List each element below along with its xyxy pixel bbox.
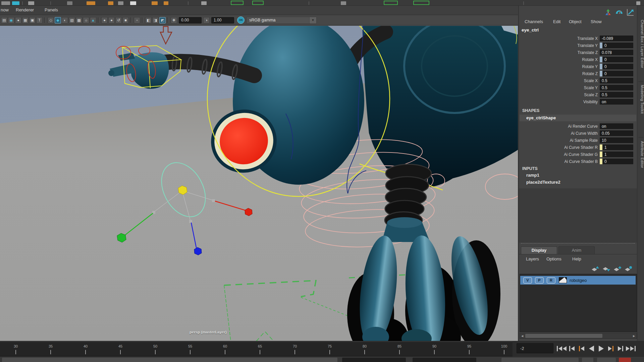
- channel-label[interactable]: Ai Curve Shader R: [519, 145, 600, 150]
- default-lighting-icon[interactable]: ☼: [83, 17, 89, 23]
- channel-value-field[interactable]: 10: [600, 137, 633, 143]
- input-node-place2dTexture2[interactable]: place2dTexture2: [526, 180, 627, 185]
- cb-menu-edit[interactable]: Edit: [553, 19, 560, 24]
- channel-value-field[interactable]: 0.078: [600, 50, 633, 55]
- channel-label[interactable]: Rotate X: [519, 57, 600, 62]
- channel-value-field[interactable]: on: [600, 123, 633, 129]
- menu-item-renderer[interactable]: Renderer: [16, 7, 34, 12]
- camera-dot-icon[interactable]: ◉: [8, 17, 14, 23]
- status-icon-fragment[interactable]: [201, 1, 207, 5]
- status-icon-fragment[interactable]: [231, 1, 244, 5]
- menu-item-show[interactable]: now: [1, 7, 9, 12]
- channel-label[interactable]: Translate Z: [519, 50, 600, 55]
- step-back-frame-button[interactable]: [568, 344, 576, 354]
- channel-value-field[interactable]: 0: [600, 64, 633, 69]
- channel-label[interactable]: Translate X: [519, 36, 600, 41]
- channel-value-field[interactable]: 0.5: [600, 78, 633, 83]
- channel-label[interactable]: Scale X: [519, 78, 600, 83]
- channel-label[interactable]: Rotate Z: [519, 71, 600, 76]
- xray-joints-icon[interactable]: ◨: [152, 17, 159, 23]
- add-layer-from-selected-icon[interactable]: [624, 266, 632, 272]
- go-to-start-button[interactable]: [557, 344, 567, 354]
- channel-value-field[interactable]: -0.089: [600, 36, 633, 41]
- channel-label[interactable]: Ai Sample Rate: [519, 138, 600, 143]
- layer-color-swatch[interactable]: [559, 277, 567, 283]
- checker-icon[interactable]: ▩: [76, 17, 82, 23]
- tab-channel-box-layer-editor[interactable]: Channel Box / Layer Editor: [637, 18, 644, 83]
- channel-label[interactable]: Rotate Y: [519, 64, 600, 69]
- cache-button[interactable]: [597, 358, 616, 362]
- add-empty-layer-icon[interactable]: [613, 266, 621, 272]
- cb-menu-object[interactable]: Object: [569, 19, 582, 24]
- le-menu-options[interactable]: Options: [546, 256, 561, 261]
- ao-sphere-icon[interactable]: ●: [108, 17, 115, 23]
- status-icon-fragment[interactable]: [341, 1, 346, 5]
- channel-label[interactable]: Ai Curve Shader B: [519, 159, 600, 164]
- channel-value-field[interactable]: 0: [600, 43, 633, 48]
- status-icon-fragment[interactable]: [87, 1, 95, 5]
- status-icon-fragment[interactable]: [118, 1, 123, 5]
- status-icon-fragment[interactable]: [636, 1, 640, 5]
- step-back-key-button[interactable]: [577, 344, 586, 354]
- current-time-field[interactable]: -2: [517, 343, 553, 353]
- tab-attribute-editor[interactable]: Attribute Editor: [637, 140, 644, 195]
- scroll-left-icon[interactable]: ◀: [520, 335, 525, 338]
- play-backwards-button[interactable]: [587, 344, 596, 354]
- image-plane-icon[interactable]: ▣: [29, 17, 36, 23]
- channel-label[interactable]: Ai Curve Width: [519, 131, 600, 136]
- shaded-sphere-icon[interactable]: ●: [15, 17, 21, 23]
- move-layer-down-icon[interactable]: [602, 266, 610, 272]
- gamma-field[interactable]: 1.00: [211, 17, 234, 23]
- xray-icon[interactable]: ◧: [145, 17, 152, 23]
- step-forward-key-button[interactable]: [606, 344, 615, 354]
- channel-value-field[interactable]: 0: [600, 57, 633, 62]
- playback-end-field[interactable]: [413, 358, 476, 362]
- menu-item-panels[interactable]: Panels: [45, 7, 58, 12]
- go-to-end-button[interactable]: [626, 344, 636, 354]
- anim-layer-button[interactable]: [582, 358, 593, 362]
- auto-keyframe-toggle[interactable]: [619, 358, 631, 362]
- layer-visibility-toggle[interactable]: V: [523, 277, 532, 284]
- panel-splitter[interactable]: [521, 243, 635, 244]
- perspective-viewport[interactable]: persp (masterLayer): [0, 25, 518, 341]
- status-icon-fragment[interactable]: [523, 1, 524, 5]
- view-transform-on-toggle[interactable]: ON: [237, 16, 245, 24]
- channel-value-field[interactable]: 0: [600, 159, 633, 164]
- channel-value-field[interactable]: 0.5: [600, 85, 633, 90]
- tab-display[interactable]: Display: [521, 246, 557, 254]
- status-icon-fragment[interactable]: [384, 1, 398, 5]
- shadows-sphere-icon[interactable]: ●: [101, 17, 108, 23]
- shape-name[interactable]: eye_ctrlShape: [526, 115, 556, 120]
- cb-menu-show[interactable]: Show: [591, 19, 602, 24]
- selected-object-name[interactable]: eye_ctrl: [522, 27, 539, 33]
- range-end-field[interactable]: [342, 358, 406, 362]
- selection-highlight-icon[interactable]: ◩: [159, 17, 166, 23]
- play-forwards-button[interactable]: [597, 344, 605, 354]
- graph-icon[interactable]: [626, 8, 634, 16]
- channel-value-field[interactable]: 0.5: [600, 92, 633, 98]
- isolate-select-icon[interactable]: ▫: [134, 17, 140, 23]
- le-menu-help[interactable]: Help: [572, 256, 581, 261]
- colorspace-dropdown[interactable]: sRGB gamma ▼: [246, 17, 317, 24]
- range-slider[interactable]: [2, 358, 337, 362]
- character-set-menu[interactable]: [501, 358, 579, 362]
- status-icon-fragment[interactable]: [12, 1, 19, 5]
- text-icon[interactable]: T: [36, 17, 43, 23]
- status-icon-fragment[interactable]: [28, 1, 34, 5]
- exposure-icon[interactable]: ❖: [171, 17, 177, 23]
- layer-playback-toggle[interactable]: P: [535, 277, 544, 284]
- status-icon-fragment[interactable]: [1, 1, 10, 5]
- channel-label[interactable]: Translate Y: [519, 43, 600, 48]
- input-node-ramp1[interactable]: ramp1: [526, 173, 627, 178]
- status-icon-fragment[interactable]: [164, 1, 168, 5]
- speed-gauge-icon[interactable]: [615, 8, 624, 16]
- grid-icon[interactable]: ▦: [22, 17, 29, 23]
- status-icon-fragment[interactable]: [413, 1, 429, 5]
- shaded-cube-icon[interactable]: ◆: [55, 17, 61, 23]
- status-icon-fragment[interactable]: [252, 1, 264, 5]
- channel-label[interactable]: Scale Z: [519, 93, 600, 97]
- status-icon-fragment[interactable]: [130, 1, 136, 5]
- scroll-right-icon[interactable]: ▶: [632, 335, 636, 338]
- status-icon-fragment[interactable]: [22, 1, 23, 5]
- le-menu-layers[interactable]: Layers: [526, 256, 539, 261]
